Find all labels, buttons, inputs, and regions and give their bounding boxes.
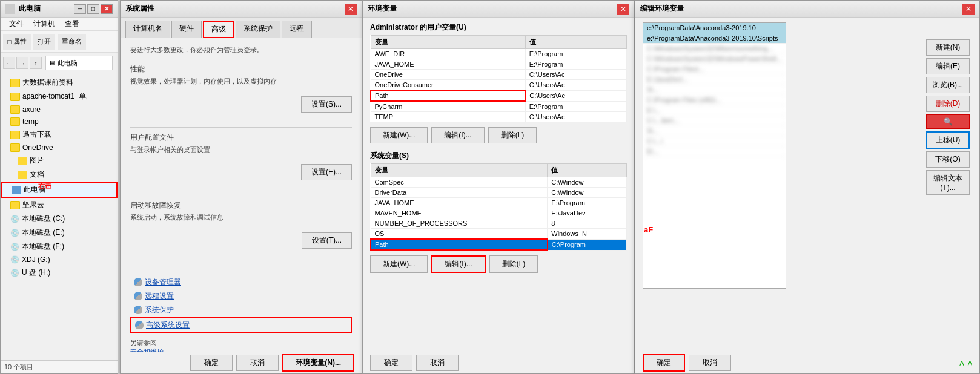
edit-env-edit-text-btn[interactable]: 编辑文本(T)... <box>926 170 970 195</box>
path-item-4[interactable]: C:\Program Files\... <box>643 64 786 74</box>
drive-item-c[interactable]: 💿 本地磁盘 (C:) <box>1 212 118 226</box>
folder-item-temp[interactable]: temp <box>1 116 118 128</box>
sys-var-row-maven[interactable]: MAVEN_HOME E:\JavaDev <box>371 208 627 218</box>
sys-edit-btn[interactable]: 编辑(I)... <box>431 255 485 273</box>
edit-env-down-btn[interactable]: 下移(O) <box>926 151 970 168</box>
sys-props-cancel-btn[interactable]: 取消 <box>236 355 279 371</box>
sys-var-row-os[interactable]: OS Windows_N <box>371 229 627 240</box>
cp-nav-system-protection[interactable]: 系统保护 <box>130 303 352 317</box>
performance-section: 性能 视觉效果，处理器计划，内存使用，以及虚拟内存 设置(S)... <box>130 64 352 117</box>
edit-env-cancel-btn[interactable]: 取消 <box>689 355 731 371</box>
path-item-3[interactable]: C:\Windows\System32\WindowsPowerShell... <box>643 54 786 64</box>
sys-props-ok-btn[interactable]: 确定 <box>190 355 233 371</box>
folder-item-bigdata[interactable]: 大数据课前资料 <box>1 76 118 90</box>
edit-env-search-btn[interactable]: 🔍 <box>926 114 970 129</box>
toolbar-btn-property[interactable]: □ 属性 <box>3 34 31 50</box>
user-var-row-onedrive[interactable]: OneDrive C:\Users\Ac <box>371 70 627 80</box>
menu-item-view[interactable]: 查看 <box>60 18 84 31</box>
user-profile-settings-btn[interactable]: 设置(E)... <box>301 164 352 180</box>
sys-new-btn[interactable]: 新建(W)... <box>370 255 428 273</box>
minimize-btn[interactable]: ─ <box>74 4 86 14</box>
edit-env-sidebar: 新建(N) 编辑(E) 浏览(B)... 删除(D) 🔍 上移(U) 下移(O)… <box>926 39 975 195</box>
user-new-btn[interactable]: 新建(W)... <box>370 127 428 143</box>
cp-nav-advanced-system-settings[interactable]: 高级系统设置 <box>130 317 352 333</box>
folder-item-nutcloud[interactable]: 坚果云 <box>1 198 118 212</box>
sys-var-row-driverdata[interactable]: DriverData C:\Window <box>371 188 627 198</box>
drive-item-g[interactable]: 💿 XDJ (G:) <box>1 254 118 266</box>
path-item-6[interactable]: S\... <box>643 85 786 95</box>
user-var-row-java[interactable]: JAVA_HOME E:\Program <box>371 59 627 70</box>
tab-advanced[interactable]: 高级 <box>203 21 234 38</box>
path-item-0[interactable]: e:\ProgramData\Anaconda3-2019.10 <box>643 23 786 33</box>
tab-system-protection[interactable]: 系统保护 <box>236 21 280 38</box>
path-item-8[interactable]: E:\... <box>643 105 786 116</box>
sys-var-row-nop[interactable]: NUMBER_OF_PROCESSORS 8 <box>371 218 627 229</box>
drive-item-f[interactable]: 💿 本地磁盘 (F:) <box>1 240 118 254</box>
path-item-9[interactable]: C:\...\bin\... <box>643 116 786 126</box>
user-edit-btn[interactable]: 编辑(I)... <box>431 127 484 143</box>
env-cancel-btn[interactable]: 取消 <box>416 355 459 371</box>
user-var-row-pycharm[interactable]: PyCharm E:\Program <box>371 101 627 112</box>
path-item-7[interactable]: C:\Program Files (x86)\... <box>643 95 786 105</box>
sys-props-title: 系统属性 <box>125 4 154 14</box>
toolbar-btn-open[interactable]: 打开 <box>33 34 55 50</box>
user-vars-buttons: 新建(W)... 编辑(I)... 删除(L) <box>370 127 627 143</box>
nav-up-btn[interactable]: ↑ <box>30 57 42 69</box>
folder-item-this-pc[interactable]: 此电脑 右击 <box>1 182 118 198</box>
maximize-btn[interactable]: □ <box>87 4 99 14</box>
folder-item-tomcat[interactable]: apache-tomcat1_单, <box>1 90 118 103</box>
path-item-11[interactable]: C:\...\ <box>643 136 786 146</box>
cp-nav-remote[interactable]: 远程设置 <box>130 289 352 303</box>
tab-computer-name[interactable]: 计算机名 <box>125 21 170 38</box>
sys-var-row-comspec[interactable]: ComSpec C:\Window <box>371 177 627 188</box>
edit-env-up-btn[interactable]: 上移(U) <box>926 131 970 149</box>
folder-item-pictures[interactable]: 图片 <box>1 154 118 168</box>
path-item-10[interactable]: S\... <box>643 126 786 136</box>
menu-item-computer[interactable]: 计算机 <box>28 18 60 31</box>
menu-item-file[interactable]: 文件 <box>4 18 28 31</box>
user-var-row-temp[interactable]: TEMP C:\Users\Ac <box>371 112 627 122</box>
edit-env-confirm-btn[interactable]: 确定 <box>643 354 685 372</box>
edit-env-close-btn[interactable]: ✕ <box>962 4 975 15</box>
performance-settings-btn[interactable]: 设置(S)... <box>301 96 352 113</box>
startup-settings-btn[interactable]: 设置(T)... <box>302 232 352 249</box>
user-var-row-onedriveconsumer[interactable]: OneDriveConsumer C:\Users\Ac <box>371 80 627 91</box>
drive-item-e[interactable]: 💿 本地磁盘 (E:) <box>1 226 118 240</box>
edit-env-new-btn[interactable]: 新建(N) <box>926 39 970 56</box>
folder-item-docs[interactable]: 文档 <box>1 168 118 182</box>
sys-vars-col-value: 值 <box>548 164 627 177</box>
user-delete-btn[interactable]: 删除(L) <box>488 127 537 143</box>
cp-nav-advanced-system[interactable]: 设备管理器 <box>130 275 352 289</box>
folder-item-onedrive[interactable]: OneDrive <box>1 142 118 154</box>
drive-item-h[interactable]: 💿 U 盘 (H:) <box>1 266 118 280</box>
edit-env-edit-btn[interactable]: 编辑(E) <box>926 58 970 74</box>
tab-remote[interactable]: 远程 <box>282 21 312 38</box>
sys-var-row-java[interactable]: JAVA_HOME E:\Program <box>371 198 627 208</box>
edit-env-browse-btn[interactable]: 浏览(B)... <box>926 77 970 93</box>
edit-env-bottom-bar: 确定 取消 A A <box>635 352 979 373</box>
path-item-5[interactable]: E:\JavaDev\... <box>643 74 786 85</box>
toolbar-btn-rename[interactable]: 重命名 <box>58 34 86 50</box>
sys-delete-btn[interactable]: 删除(L) <box>489 255 538 273</box>
edit-env-delete-btn[interactable]: 删除(D) <box>926 96 970 112</box>
path-item-2[interactable]: C:\Windows\System32\Wbem\something... <box>643 44 786 54</box>
env-ok-btn[interactable]: 确定 <box>370 355 412 371</box>
nav-forward-btn[interactable]: → <box>16 57 28 69</box>
path-item-1[interactable]: e:\ProgramData\Anaconda3-2019.10\Scripts <box>643 33 786 44</box>
user-var-row-path[interactable]: Path C:\Users\Ac <box>371 90 627 101</box>
nav-back-btn[interactable]: ← <box>3 57 15 69</box>
edit-env-body: e:\ProgramData\Anaconda3-2019.10 e:\Prog… <box>635 18 979 352</box>
close-btn[interactable]: ✕ <box>101 4 113 14</box>
folder-item-xunlei[interactable]: 迅雷下载 <box>1 128 118 142</box>
env-vars-btn[interactable]: 环境变量(N)... <box>282 354 354 372</box>
folder-item-axure[interactable]: axure <box>1 103 118 116</box>
tab-hardware[interactable]: 硬件 <box>171 21 202 38</box>
sys-props-close-btn[interactable]: ✕ <box>345 4 357 15</box>
address-bar[interactable]: 🖥 此电脑 <box>45 56 113 70</box>
sys-var-row-path[interactable]: Path C:\Program <box>371 239 627 250</box>
user-vars-col-name: 变量 <box>371 36 525 49</box>
path-item-12[interactable]: E\... <box>643 146 786 157</box>
env-vars-close-btn[interactable]: ✕ <box>617 4 629 15</box>
user-var-row-awe[interactable]: AWE_DIR E:\Program <box>371 49 627 59</box>
folder-icon <box>10 79 20 87</box>
